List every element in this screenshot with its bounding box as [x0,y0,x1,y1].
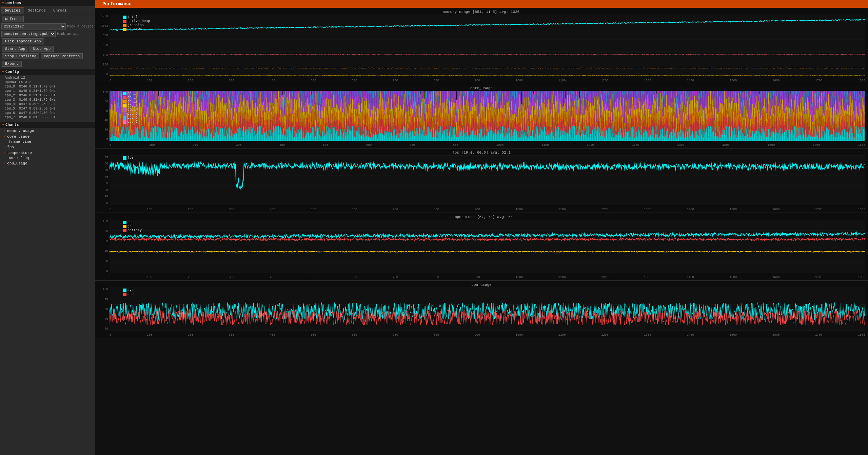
y-mem-0: 0 [106,73,108,76]
start-stop-row: Start App Stop App [0,45,95,53]
config-section-header: ▼ Config [0,69,95,75]
chart-label-memory_usage: memory_usage [7,129,34,133]
legend-label-cpu0: cpu_0 [127,92,138,95]
core-legend: cpu_0 cpu_1 cpu_2 cpu_3 [123,92,138,124]
legend-unknown: unknown [123,27,150,31]
y-core-60: 60 [104,110,108,113]
performance-title: Performance [102,1,132,6]
y-mem-808: 808 [103,34,108,37]
legend-color-cpu3 [123,104,126,107]
temperature-panel: temperature [57, 74] avg: 64 100 80 60 4… [95,213,868,281]
config-triangle-icon: ▼ [2,70,4,74]
memory-usage-title: memory_usage [851, 1145] avg: 1026 [95,10,868,14]
legend-color-cpu7 [123,120,126,124]
legend-temp-gpu: gpu [123,224,142,228]
config-android: Android 12 [2,76,93,80]
chart-item-fps[interactable]: ✓fps [0,144,95,150]
legend-color-cpu6 [123,116,126,120]
legend-cpu3: cpu_3 [123,104,138,107]
legend-label-graphics: graphics [127,23,144,27]
app-row: com.tencent.tmgp.pubgmhd Pick an app [0,30,95,38]
legend-cpu2: cpu_2 [123,100,138,103]
legend-fps: fps [123,156,134,160]
legend-native-heap: native_heap [123,19,150,23]
legend-color-fps [123,156,126,160]
x-mem-800: 800 [434,79,439,82]
stop-profiling-button[interactable]: Stop Profiling [2,53,39,59]
legend-color-native-heap [123,20,126,23]
chart-item-core_usage[interactable]: ✓core_usage [0,134,95,139]
chart-item-core_freq[interactable]: core_freq [0,156,95,160]
legend-color-cpu5 [123,112,126,116]
legend-color-cpu4 [123,108,126,112]
legend-color-graphics [123,24,126,27]
legend-total: total [123,15,150,19]
tab-settings[interactable]: Settings [24,7,50,14]
legend-label-cpu7: cpu_7 [127,120,138,124]
chart-item-frame_time[interactable]: frame_time [0,139,95,144]
legend-color-cpu1 [123,96,126,99]
legend-color-total [123,16,126,19]
config-cpu7: cpu_7: 0x48 0.01~3.80 GHz [2,115,93,120]
export-row: Export [0,60,95,67]
perf-triangle-icon: ▼ [98,2,100,6]
fps-title: fps [19.0, 60.0] avg: 52.1 [95,151,868,155]
legend-color-cpu2 [123,100,126,103]
legend-label-fps: fps [127,156,134,160]
legend-cpu4: cpu_4 [123,108,138,112]
y-core-80: 80 [104,100,108,103]
stop-app-button[interactable]: Stop App [29,46,54,52]
config-cpu3: cpu_3: 0x46 0.31~1.79 GHz [2,98,93,102]
y-mem-208: 208 [103,63,108,66]
x-mem-600: 600 [352,79,357,82]
core-usage-panel: core_usage 100 80 60 40 20 0 cpu_0 [95,84,868,149]
legend-cpu6: cpu_6 [123,116,138,120]
tab-unreal[interactable]: Unreal [50,7,71,14]
refresh-button[interactable]: Refresh [2,16,24,22]
config-section: Android 12 OpenGL ES 3.2 cpu_0: 0x46 0.3… [0,75,95,120]
config-label: Config [5,70,19,74]
legend-cpu5: cpu_5 [123,112,138,116]
y-mem-408: 408 [103,54,108,57]
export-button[interactable]: Export [2,61,22,67]
chart-label-frame_time: frame_time [9,140,31,144]
legend-temp-battery: battery [123,229,142,232]
sidebar: ▼ Devices Devices Settings Unreal Refres… [0,0,95,455]
device-select[interactable]: 21121210C [1,23,66,29]
performance-header: ▼ Performance [95,0,868,8]
chart-label-cpu_usage: cpu_usage [7,161,27,165]
pick-topmost-button[interactable]: Pick Topmost App [2,38,44,44]
x-mem-1500: 1500 [730,79,737,82]
x-mem-1300: 1300 [644,79,651,82]
chart-item-cpu_usage[interactable]: ✓cpu_usage [0,160,95,166]
legend-color-cpu0 [123,92,126,95]
chart-label-temperature: temperature [7,151,32,155]
x-mem-700: 700 [393,79,398,82]
chart-check-temperature: ✓ [3,150,6,155]
capture-perfetto-button[interactable]: Capture Perfetto [41,53,83,59]
legend-label-cpu4: cpu_4 [127,108,138,112]
profiling-row: Stop Profiling Capture Perfetto [0,53,95,60]
legend-label-native-heap: native_heap [127,19,150,23]
start-app-button[interactable]: Start App [2,46,28,52]
legend-sys: sys [123,288,134,292]
legend-label-cpu3: cpu_3 [127,104,138,107]
chart-item-memory_usage[interactable]: ✓memory_usage [0,128,95,134]
x-mem-1400: 1400 [687,79,694,82]
y-core-100: 100 [103,91,108,94]
charts-container[interactable]: memory_usage [851, 1145] avg: 1026 1200 … [95,8,868,455]
core-usage-title: core_usage [95,86,868,90]
x-mem-1600: 1600 [772,79,780,82]
cpu-usage-panel: cpu_usage 100 80 60 40 20 sys [95,281,868,338]
y-core-0: 0 [106,137,108,141]
fps-legend: fps [123,156,134,160]
app-select[interactable]: com.tencent.tmgp.pubgmhd [1,31,56,37]
tab-devices[interactable]: Devices [1,7,24,14]
fps-chart-canvas [110,155,865,205]
x-mem-1800: 1800 [858,79,865,82]
chart-check-fps: ✓ [3,144,6,150]
config-cpu5: cpu_5: 0x47 0.63~2.50 GHz [2,106,93,111]
x-mem-300: 300 [229,79,234,82]
config-cpu1: cpu_1: 0x46 0.31~1.79 GHz [2,89,93,93]
chart-item-temperature[interactable]: ✓temperature [0,150,95,156]
